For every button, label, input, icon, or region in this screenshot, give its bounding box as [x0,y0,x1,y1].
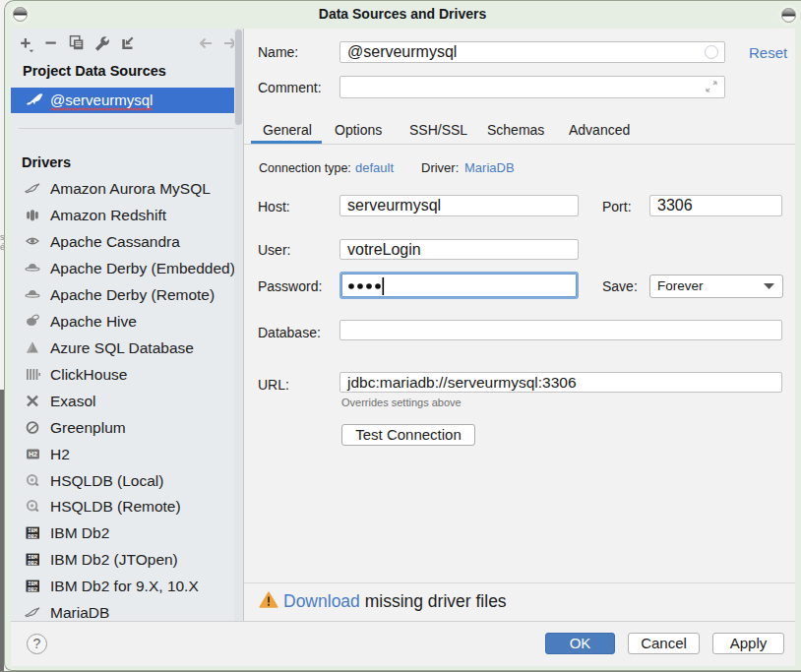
svg-text:H2: H2 [29,451,37,458]
svg-text:DB2: DB2 [28,586,38,593]
svg-text:DB2: DB2 [28,533,38,540]
svg-text:DB2: DB2 [28,560,38,567]
